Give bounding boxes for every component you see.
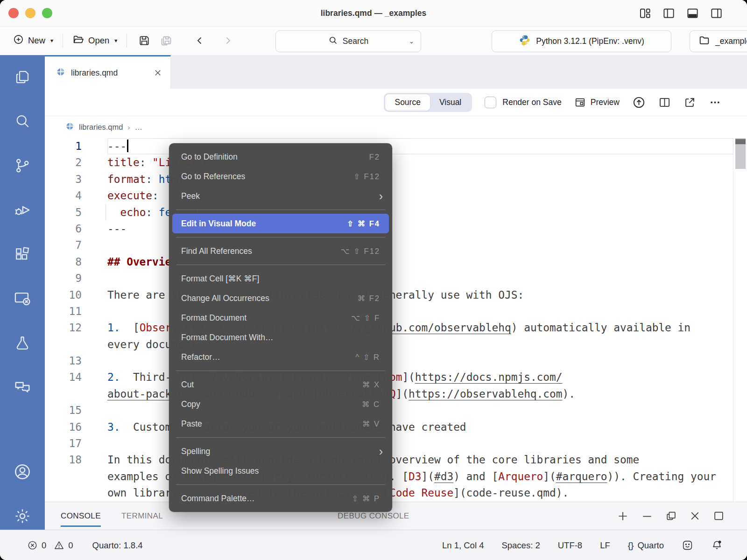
line-number: 8	[45, 254, 107, 270]
search-input[interactable]: Search ⌄	[275, 30, 421, 52]
search-icon	[328, 35, 338, 48]
code-line[interactable]: 5 echo: fenced	[45, 204, 747, 221]
code-line[interactable]: 18In this document we'll provide a high-…	[45, 452, 747, 468]
preview-button[interactable]: Preview	[574, 97, 620, 108]
chevron-right-icon: ›	[127, 123, 130, 131]
chevron-down-icon[interactable]: ⌄	[409, 38, 414, 45]
toggle-secondary-sidebar-icon[interactable]	[710, 7, 723, 20]
split-editor-icon[interactable]	[658, 96, 671, 109]
tab-libraries-qmd[interactable]: libraries.qmd	[45, 55, 171, 89]
code-line[interactable]: 142. Third-party JavaScript libraries fr…	[45, 369, 747, 385]
open-button[interactable]: Open ▾	[70, 34, 120, 48]
menu-item[interactable]: Format Document With…	[169, 328, 392, 347]
menu-item[interactable]: Spelling›	[169, 441, 392, 461]
menu-item[interactable]: Go to DefinitionF2	[169, 147, 392, 167]
menu-item[interactable]: Find All References⌥ ⇧ F12	[169, 241, 392, 261]
menu-item[interactable]: Go to References⇧ F12	[169, 167, 392, 186]
search-sidebar-icon[interactable]	[11, 110, 34, 133]
comments-icon[interactable]	[11, 376, 34, 399]
code-line[interactable]: 163. Custom libraries you or your collea…	[45, 419, 747, 435]
code-line[interactable]: 9	[45, 270, 747, 287]
code-line[interactable]: every document.	[45, 336, 747, 353]
panel-tab-console[interactable]: CONSOLE	[61, 502, 101, 530]
open-external-icon[interactable]	[684, 96, 696, 109]
code-line[interactable]: about-packages-and-modules) and [Observa…	[45, 386, 747, 402]
code-line[interactable]: 6---	[45, 221, 747, 237]
customize-layout-icon[interactable]	[639, 7, 651, 20]
code-line[interactable]: 7	[45, 237, 747, 253]
editor-scrollbar[interactable]	[733, 138, 747, 502]
main-toolbar: New ▾ Open ▾	[0, 27, 747, 56]
new-button[interactable]: New ▾	[10, 34, 56, 47]
extensions-icon[interactable]	[11, 243, 34, 266]
menu-item[interactable]: Paste⌘ V	[169, 414, 392, 434]
code-line[interactable]: 3format: html	[45, 171, 747, 188]
menu-item[interactable]: Cut⌘ X	[169, 375, 392, 394]
line-number: 2	[45, 154, 107, 171]
close-panel-icon[interactable]	[689, 510, 701, 522]
settings-gear-icon[interactable]	[11, 504, 34, 528]
testing-icon[interactable]	[11, 331, 34, 355]
menu-item[interactable]: Format Cell [⌘K ⌘F]	[169, 269, 392, 288]
source-control-icon[interactable]	[11, 154, 34, 177]
menu-item[interactable]: Edit in Visual Mode⇧ ⌘ F4	[172, 214, 389, 233]
code-line[interactable]: 1---	[45, 138, 747, 154]
sessions-icon[interactable]	[11, 287, 34, 310]
mode-toggle: Source Visual	[384, 93, 472, 112]
back-button[interactable]	[190, 35, 210, 46]
language-mode[interactable]: {} Quarto	[628, 540, 664, 551]
code-line[interactable]: 2title: "Libraries"	[45, 154, 747, 171]
code-line[interactable]: 15	[45, 402, 747, 419]
code-editor[interactable]: 1---2title: "Libraries"3format: html4exe…	[45, 138, 747, 502]
menu-item[interactable]: Format Document⌥ ⇧ F	[169, 308, 392, 328]
menu-item[interactable]: Show Spelling Issues	[169, 461, 392, 481]
toggle-primary-sidebar-icon[interactable]	[662, 7, 675, 20]
quarto-version[interactable]: Quarto: 1.8.4	[92, 540, 143, 551]
code-line[interactable]: 8## Overview	[45, 254, 747, 270]
render-on-save-checkbox[interactable]	[485, 97, 496, 108]
encoding[interactable]: UTF-8	[558, 540, 582, 551]
code-line[interactable]: examples of using third-party libraries …	[45, 469, 747, 485]
code-line[interactable]: own libraries is covered in the article …	[45, 485, 747, 501]
close-tab-icon[interactable]	[154, 69, 162, 77]
line-number: 1	[45, 138, 107, 154]
code-line[interactable]: 121. [Observable core libraries](https:/…	[45, 320, 747, 336]
menu-item[interactable]: Copy⌘ C	[169, 394, 392, 414]
account-icon[interactable]	[11, 460, 34, 483]
interpreter-selector[interactable]: Python 3.12.1 (PipEnv: .venv)	[492, 30, 671, 52]
minimize-panel-icon[interactable]	[641, 510, 653, 522]
save-button[interactable]	[134, 35, 155, 47]
source-mode-button[interactable]: Source	[385, 94, 430, 111]
warning-count: 0	[68, 540, 73, 551]
panel-layout-icon[interactable]	[713, 510, 725, 522]
code-line[interactable]: 10There are three types of libraries you…	[45, 287, 747, 303]
new-session-icon[interactable]	[617, 510, 629, 522]
menu-item[interactable]: Refactor…^ ⇧ R	[169, 347, 392, 367]
run-debug-icon[interactable]	[11, 198, 34, 222]
menu-item[interactable]: Peek›	[169, 186, 392, 206]
indentation[interactable]: Spaces: 2	[501, 540, 540, 551]
code-line[interactable]: 4execute:	[45, 188, 747, 204]
visual-mode-button[interactable]: Visual	[430, 94, 471, 111]
restore-panel-icon[interactable]	[665, 510, 677, 522]
toggle-panel-icon[interactable]	[686, 7, 699, 20]
forward-button[interactable]	[218, 35, 238, 46]
more-actions-icon[interactable]	[709, 96, 721, 109]
eol[interactable]: LF	[600, 540, 610, 551]
breadcrumb-file[interactable]: libraries.qmd	[79, 123, 123, 132]
code-line[interactable]: 11	[45, 303, 747, 320]
code-line[interactable]: 13	[45, 353, 747, 369]
breadcrumb-more[interactable]: …	[134, 123, 142, 132]
cursor-position[interactable]: Ln 1, Col 4	[442, 540, 484, 551]
menu-item[interactable]: Change All Occurrences⌘ F2	[169, 288, 392, 308]
panel-tab-terminal[interactable]: TERMINAL	[121, 502, 163, 530]
feedback-smiley-icon[interactable]	[682, 539, 693, 551]
render-icon[interactable]	[632, 96, 646, 109]
notifications-bell-icon[interactable]	[711, 539, 723, 551]
problems-indicator[interactable]: 0 0	[27, 540, 73, 551]
code-line[interactable]: 17	[45, 435, 747, 452]
workspace-button[interactable]: _examples	[690, 30, 747, 52]
explorer-icon[interactable]	[11, 65, 34, 89]
save-all-button[interactable]	[155, 34, 177, 47]
menu-item[interactable]: Command Palette…⇧ ⌘ P	[169, 489, 392, 508]
